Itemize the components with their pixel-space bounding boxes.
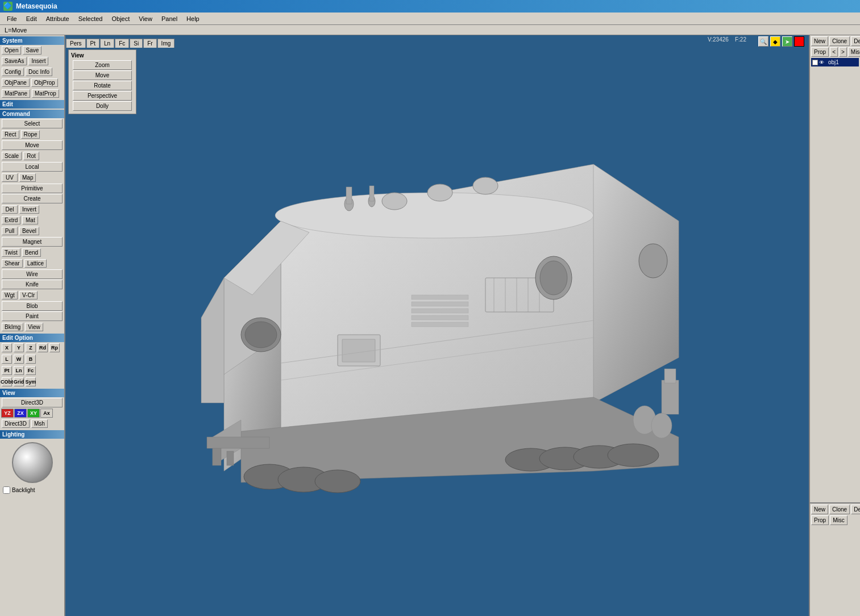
btn-opt-l[interactable]: L <box>2 355 12 364</box>
btn-ax[interactable]: Ax <box>40 409 53 418</box>
btn-rot[interactable]: Rot <box>23 152 39 160</box>
btn-opt-fc[interactable]: Fc <box>26 366 36 375</box>
btn-insert[interactable]: Insert <box>28 57 48 65</box>
btn-direct3d-1[interactable]: Direct3D <box>2 398 63 407</box>
btn-opt-b[interactable]: B <box>26 355 36 364</box>
btn-paint[interactable]: Paint <box>2 311 63 321</box>
btn-wire[interactable]: Wire <box>2 269 63 279</box>
btn-new-bottom[interactable]: New <box>811 505 828 514</box>
btn-invert[interactable]: Invert <box>19 205 39 214</box>
tab-si[interactable]: Si <box>130 39 143 48</box>
btn-yz[interactable]: YZ <box>1 409 14 418</box>
menu-panel[interactable]: Panel <box>157 14 182 23</box>
btn-zx[interactable]: ZX <box>14 409 27 418</box>
btn-delete-top[interactable]: Delete <box>851 36 860 46</box>
btn-opt-rp[interactable]: Rp <box>49 343 60 352</box>
menu-file[interactable]: File <box>2 14 22 23</box>
btn-mat[interactable]: Mat <box>22 216 38 224</box>
menu-selected[interactable]: Selected <box>74 14 107 23</box>
zoom-icon[interactable]: 🔍 <box>758 36 768 47</box>
btn-opt-z[interactable]: Z <box>26 343 36 352</box>
obj-checkbox[interactable]: ✓ <box>812 60 818 65</box>
btn-shear[interactable]: Shear <box>2 259 23 268</box>
btn-save[interactable]: Save <box>23 46 41 55</box>
tab-ln[interactable]: Ln <box>100 39 114 48</box>
tab-fc[interactable]: Fc <box>115 39 129 48</box>
btn-objprop[interactable]: ObjProp <box>31 78 58 87</box>
btn-clone-top[interactable]: Clone <box>829 36 850 46</box>
btn-opt-x[interactable]: X <box>2 343 12 352</box>
btn-prop-top[interactable]: Prop <box>811 47 829 57</box>
btn-opt-ln[interactable]: Ln <box>14 366 24 375</box>
btn-view[interactable]: View <box>25 323 43 331</box>
btn-view-zoom[interactable]: Zoom <box>73 60 132 70</box>
btn-move[interactable]: Move <box>2 140 63 150</box>
btn-config[interactable]: Config <box>2 68 24 76</box>
btn-opt-y[interactable]: Y <box>14 343 24 352</box>
btn-bkimg[interactable]: BkImg <box>2 323 23 331</box>
btn-opt-pt[interactable]: Pt <box>2 366 12 375</box>
btn-scale[interactable]: Scale <box>2 152 22 160</box>
menu-edit[interactable]: Edit <box>22 14 41 23</box>
btn-grid[interactable]: Grid <box>14 377 24 386</box>
btn-opt-w[interactable]: W <box>14 355 24 364</box>
btn-nav-prev[interactable]: < <box>830 47 838 57</box>
btn-new-top[interactable]: New <box>811 36 828 46</box>
backlight-checkbox[interactable] <box>3 486 10 494</box>
btn-del[interactable]: Del <box>2 205 18 214</box>
btn-msh[interactable]: Msh <box>31 419 48 428</box>
btn-bevel[interactable]: Bevel <box>19 227 39 235</box>
btn-view-dolly[interactable]: Dolly <box>73 101 132 111</box>
btn-nav-next[interactable]: > <box>839 47 847 57</box>
btn-cobt[interactable]: CObt <box>2 377 12 386</box>
menu-object[interactable]: Object <box>107 14 134 23</box>
btn-prop-bottom[interactable]: Prop <box>811 515 829 525</box>
menu-help[interactable]: Help <box>182 14 204 23</box>
btn-view-perspective[interactable]: Perspective <box>73 91 132 101</box>
btn-select[interactable]: Select <box>2 119 63 128</box>
diamond-icon[interactable]: ◆ <box>770 36 780 47</box>
btn-twist[interactable]: Twist <box>2 248 20 257</box>
btn-view-rotate[interactable]: Rotate <box>73 81 132 90</box>
btn-direct3d-2[interactable]: Direct3D <box>2 419 30 428</box>
btn-rope[interactable]: Rope <box>21 130 40 139</box>
tab-fr[interactable]: Fr <box>143 39 156 48</box>
btn-open[interactable]: Open <box>2 46 21 55</box>
btn-knife[interactable]: Knife <box>2 280 63 289</box>
btn-lattice[interactable]: Lattice <box>24 259 47 268</box>
btn-local[interactable]: Local <box>2 162 63 172</box>
tab-img[interactable]: Img <box>157 39 175 48</box>
btn-objpane[interactable]: ObjPane <box>2 78 30 87</box>
btn-xy[interactable]: XY <box>27 409 40 418</box>
btn-matpane[interactable]: MatPane <box>2 89 30 98</box>
btn-map[interactable]: Map <box>19 173 36 182</box>
btn-misc-top[interactable]: Misc <box>848 47 860 57</box>
btn-misc-bottom[interactable]: Misc <box>830 515 847 525</box>
btn-view-move[interactable]: Move <box>73 70 132 80</box>
btn-blob[interactable]: Blob <box>2 301 63 311</box>
btn-primitive[interactable]: Primitive <box>2 184 63 193</box>
btn-extrd[interactable]: Extrd <box>2 216 20 224</box>
btn-matprop[interactable]: MatProp <box>32 89 59 98</box>
arrow-icon[interactable]: ➤ <box>782 36 792 47</box>
btn-opt-rd[interactable]: Rd <box>38 343 48 352</box>
color-swatch[interactable] <box>794 36 804 47</box>
tab-pt[interactable]: Pt <box>86 39 99 48</box>
btn-magnet[interactable]: Magnet <box>2 237 63 247</box>
btn-uv[interactable]: UV <box>2 173 18 182</box>
btn-sym[interactable]: Sym <box>26 377 36 386</box>
btn-saveas[interactable]: SaveAs <box>2 57 27 65</box>
btn-clone-bottom[interactable]: Clone <box>829 505 850 514</box>
btn-delete-bottom[interactable]: Delete <box>851 505 860 514</box>
btn-rect[interactable]: Rect <box>2 130 19 139</box>
lighting-ball[interactable] <box>12 442 53 483</box>
object-item-obj1[interactable]: ✓ 👁 obj1 <box>811 58 859 66</box>
btn-create[interactable]: Create <box>2 194 63 203</box>
btn-pull[interactable]: Pull <box>2 227 18 235</box>
menu-view[interactable]: View <box>134 14 157 23</box>
menu-attribute[interactable]: Attribute <box>41 14 74 23</box>
btn-wgt[interactable]: Wgt <box>2 291 18 299</box>
btn-bend[interactable]: Bend <box>22 248 41 257</box>
btn-docinfo[interactable]: Doc Info <box>26 68 52 76</box>
tab-pers[interactable]: Pers <box>66 39 86 48</box>
